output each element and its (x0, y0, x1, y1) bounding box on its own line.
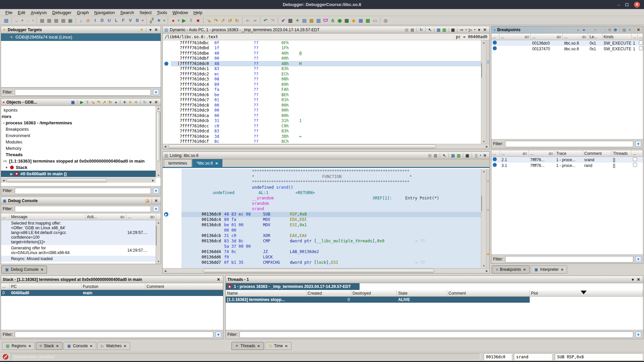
logical-breakpoint-row[interactable]: 2.17ffff76...1 - proce...srand[] (491, 157, 643, 163)
record-icon[interactable]: ● (170, 17, 177, 24)
disable-icon[interactable]: ⊘ (85, 17, 92, 24)
run-script-icon[interactable]: ◉ (336, 17, 343, 24)
column-header[interactable]: ... (491, 34, 499, 40)
expander-icon[interactable]: ▶ (10, 172, 13, 176)
listing-line[interactable]: ****************************************… (181, 180, 485, 185)
interrupt-icon[interactable]: ‖ (187, 17, 195, 24)
sidebar-icon[interactable]: ▯ (473, 153, 479, 158)
quick-launch-icon[interactable]: ✶ (122, 99, 127, 105)
close-icon[interactable]: ✕ (215, 162, 218, 165)
attach-icon[interactable]: ✶ (133, 99, 139, 105)
breakpoint-enabled-icon[interactable] (493, 163, 497, 167)
column-header[interactable]: Comment (583, 150, 612, 157)
menu-tools[interactable]: Tools (154, 10, 170, 15)
hex-row[interactable]: 7ffff7610dccc0??C0h (163, 123, 481, 129)
hex-row[interactable]: 7ffff7610dbd1f??1Fh (163, 46, 481, 51)
tree-item[interactable]: - process 16363 - /tmp/termmines (1, 120, 156, 126)
column-header[interactable]: Comment (145, 283, 223, 290)
column-header[interactable]: ... (632, 34, 638, 40)
trace-banner[interactable]: 1 - process 16363 - _tmp_termmines 2023.… (226, 283, 360, 290)
close-icon[interactable]: ✕ (636, 277, 641, 282)
close-icon[interactable]: ✕ (153, 198, 159, 203)
objects-vscrollbar[interactable]: ▲▼ (156, 106, 161, 178)
column-header[interactable]: Name (226, 290, 306, 296)
breakpoint-row[interactable]: 00136dc0libc.so.60x1SW_EXECUTE1 (491, 40, 643, 46)
create-variable-icon[interactable]: V (127, 17, 134, 24)
breakpoint-enabled-icon[interactable] (493, 46, 497, 50)
follow-menu-icon[interactable]: ▾ (473, 27, 476, 33)
clear-console-icon[interactable]: ◪ (145, 198, 150, 203)
column-header[interactable]: State (397, 290, 447, 296)
menu-debugger[interactable]: Debugger (50, 10, 74, 15)
export-table-icon[interactable]: ▦ (450, 153, 456, 158)
logical-breakpoint-row[interactable]: 3.17ffff76...1 - proce...rand[] (491, 163, 643, 168)
follow-icon[interactable]: ▷ (468, 27, 473, 33)
column-header[interactable]: Threads (611, 150, 632, 157)
panel-menu-caret-icon[interactable]: ▾ (630, 277, 636, 282)
listing-hscrollbar[interactable]: ◀▶ (163, 268, 489, 273)
close-icon[interactable]: ✕ (482, 153, 488, 158)
column-header[interactable]: ...▤2 (531, 34, 563, 40)
breakpoint-enabled-icon[interactable] (493, 41, 497, 45)
paste-icon[interactable]: ▩ (433, 153, 438, 158)
listing-line[interactable]: srand (181, 206, 485, 212)
hex-row[interactable]: 7ffff7610dc800??00h (163, 103, 481, 108)
disable-breakpoints-icon[interactable]: ○ (592, 27, 598, 33)
binary-view-icon[interactable]: ▥ (287, 17, 294, 24)
step-over-icon[interactable]: ↷ (212, 17, 219, 24)
configure-columns-icon[interactable]: ≡ (627, 27, 633, 33)
tree-item[interactable]: ⇨[1.1:16363] termmines stopped at 0x0x00… (1, 158, 156, 164)
refresh-icon[interactable]: ↻ (418, 27, 424, 33)
listing-line[interactable]: 00136dc6be 01 00MOVESI,0x1 (181, 223, 485, 228)
hex-row[interactable]: 7ffff7610dbe40??40h@ (163, 51, 481, 56)
listing-vscrollbar[interactable]: ▲▼ (481, 169, 486, 268)
filter-options-icon[interactable]: ▼ (635, 256, 641, 262)
step-loop-icon[interactable]: ↻ (233, 17, 240, 24)
filter-options-icon[interactable]: ▼ (215, 331, 221, 338)
listing-line[interactable]: 00136dcb31 c0XOREAX,EAX (181, 233, 485, 239)
refresh-icon[interactable]: ↻ (142, 99, 148, 105)
cursor-tracking-icon[interactable]: ↖ (441, 153, 447, 158)
time-caret-icon[interactable] (581, 291, 587, 294)
menu-select[interactable]: Select (137, 10, 154, 15)
close-icon[interactable]: ✕ (56, 344, 59, 348)
menu-file[interactable]: File (3, 10, 15, 15)
snapshot-page-icon[interactable]: ▣ (67, 17, 74, 24)
back-icon[interactable]: ← (13, 17, 20, 24)
listing-line[interactable]: undefined srand() (181, 185, 485, 190)
step-out-icon[interactable]: ↗ (102, 99, 107, 105)
cf-analyzer-icon[interactable]: Cf (322, 17, 329, 24)
breakpoint-checkbox[interactable] (639, 46, 643, 50)
go-down-icon[interactable]: ↓ (77, 17, 85, 24)
function-graph-icon[interactable]: ◆ (350, 17, 357, 24)
column-header[interactable]: Le... (588, 34, 602, 40)
resume-icon[interactable]: ▶ (180, 17, 187, 24)
make-effective-icon[interactable]: ◦ (598, 27, 604, 33)
close-icon[interactable]: ✕ (285, 344, 287, 348)
close-icon[interactable]: ✕ (523, 268, 526, 272)
dynamic-hex-view[interactable]: 7ffff7610dbc0f??0Fh7ffff7610dbd1f??1Fh7f… (163, 40, 489, 144)
breakpoint-checkbox[interactable] (639, 41, 643, 45)
undo-icon[interactable]: ↶ (262, 17, 269, 24)
tree-item[interactable]: ▶#0 0x400ad0 in main () (1, 171, 156, 177)
data-menu-icon[interactable]: ▾ (141, 17, 145, 24)
menu-search[interactable]: Search (118, 10, 137, 15)
paste-icon[interactable]: ▩ (410, 27, 415, 33)
record-menu-icon[interactable]: ▾ (177, 17, 180, 24)
hex-row[interactable]: 7ffff7610dce3d??3Dh= (163, 134, 481, 139)
close-button[interactable]: ✕ (634, 2, 640, 8)
thread-row-main[interactable]: [1.1:16363] termmines stopp...0ALIVE (226, 297, 530, 303)
menu-edit[interactable]: Edit (15, 10, 28, 15)
undefine-icon[interactable]: U (106, 17, 113, 24)
listing-tab-termmines[interactable]: termmines (164, 159, 192, 167)
diff-icon[interactable]: ▥ (456, 153, 462, 158)
column-header[interactable]: ... (638, 34, 643, 40)
listing-line[interactable]: srandom (181, 201, 485, 206)
export-table-icon[interactable]: ▦ (436, 27, 441, 33)
listing-line[interactable]: 00136dd70f b1 35CMPXCHGdword ptr [lock],… (181, 260, 485, 265)
debug-program-icon[interactable]: ✶ (155, 17, 162, 24)
hex-row[interactable]: 7ffff7610dc489??89h (163, 82, 481, 87)
copy-icon[interactable]: ▩ (427, 153, 433, 158)
hex-row[interactable]: 7ffff7610dc2ec??ECh (163, 71, 481, 77)
forward-icon[interactable]: → (24, 17, 31, 24)
